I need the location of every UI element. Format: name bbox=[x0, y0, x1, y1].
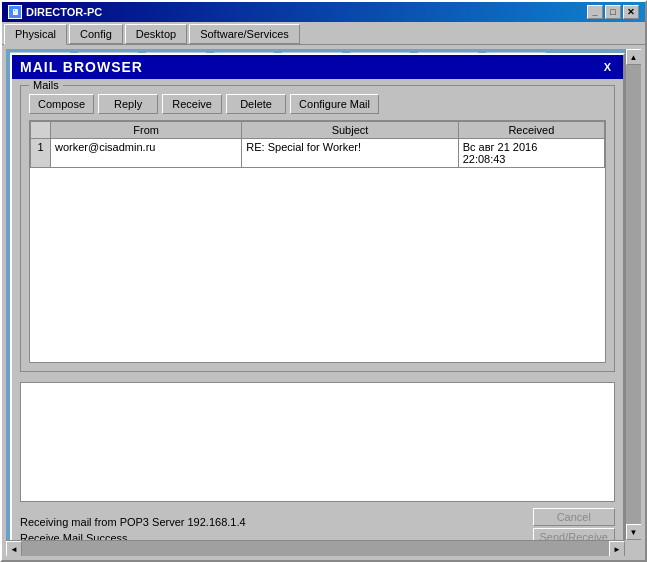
window-title: DIRECTOR-PC bbox=[26, 6, 102, 18]
title-bar-controls: _ □ ✕ bbox=[587, 5, 639, 19]
minimize-button[interactable]: _ bbox=[587, 5, 603, 19]
mails-legend: Mails bbox=[29, 79, 63, 91]
col-received: Received bbox=[458, 122, 604, 139]
window-icon: 🖥 bbox=[8, 5, 22, 19]
horizontal-scrollbar[interactable]: ◄ ► bbox=[6, 540, 625, 556]
tab-bar: Physical Config Desktop Software/Service… bbox=[2, 22, 645, 45]
compose-button[interactable]: Compose bbox=[29, 94, 94, 114]
receive-button[interactable]: Receive bbox=[162, 94, 222, 114]
delete-button[interactable]: Delete bbox=[226, 94, 286, 114]
mail-table: From Subject Received 1 worker@cisadmin.… bbox=[30, 121, 605, 168]
scroll-track-h bbox=[22, 541, 609, 556]
table-row[interactable]: 1 worker@cisadmin.ru RE: Special for Wor… bbox=[31, 139, 605, 168]
scroll-right-button[interactable]: ► bbox=[609, 541, 625, 556]
main-window: 🖥 DIRECTOR-PC _ □ ✕ Physical Config Desk… bbox=[0, 0, 647, 562]
tab-physical[interactable]: Physical bbox=[4, 24, 67, 45]
mail-browser-title: MAIL BROWSER bbox=[20, 59, 143, 75]
maximize-button[interactable]: □ bbox=[605, 5, 621, 19]
title-bar-left: 🖥 DIRECTOR-PC bbox=[8, 5, 102, 19]
main-content: MAIL BROWSER X Mails Compose Reply Recei… bbox=[2, 45, 645, 560]
mail-title-bar: MAIL BROWSER X bbox=[12, 55, 623, 79]
scroll-left-button[interactable]: ◄ bbox=[6, 541, 22, 556]
col-num bbox=[31, 122, 51, 139]
mails-group: Mails Compose Reply Receive Delete Confi… bbox=[20, 85, 615, 372]
vertical-scrollbar[interactable]: ▲ ▼ bbox=[625, 49, 641, 540]
desktop-area: MAIL BROWSER X Mails Compose Reply Recei… bbox=[6, 49, 641, 556]
status-line1: Receiving mail from POP3 Server 192.168.… bbox=[20, 515, 246, 530]
mail-table-container: From Subject Received 1 worker@cisadmin.… bbox=[29, 120, 606, 363]
cancel-button[interactable]: Cancel bbox=[533, 508, 616, 526]
row-num: 1 bbox=[31, 139, 51, 168]
scroll-down-button[interactable]: ▼ bbox=[626, 524, 642, 540]
reply-button[interactable]: Reply bbox=[98, 94, 158, 114]
mail-toolbar: Compose Reply Receive Delete Configure M… bbox=[29, 94, 606, 114]
row-from: worker@cisadmin.ru bbox=[51, 139, 242, 168]
mail-preview-pane bbox=[20, 382, 615, 502]
configure-mail-button[interactable]: Configure Mail bbox=[290, 94, 379, 114]
close-button[interactable]: ✕ bbox=[623, 5, 639, 19]
row-received: Вс авг 21 2016 22:08:43 bbox=[458, 139, 604, 168]
scroll-track-v bbox=[626, 65, 642, 524]
row-subject: RE: Special for Worker! bbox=[242, 139, 458, 168]
tab-desktop[interactable]: Desktop bbox=[125, 24, 187, 44]
mail-close-button[interactable]: X bbox=[600, 61, 615, 73]
title-bar: 🖥 DIRECTOR-PC _ □ ✕ bbox=[2, 2, 645, 22]
col-from: From bbox=[51, 122, 242, 139]
mail-browser-window: MAIL BROWSER X Mails Compose Reply Recei… bbox=[10, 53, 625, 552]
tab-config[interactable]: Config bbox=[69, 24, 123, 44]
scroll-up-button[interactable]: ▲ bbox=[626, 49, 642, 65]
col-subject: Subject bbox=[242, 122, 458, 139]
tab-software-services[interactable]: Software/Services bbox=[189, 24, 300, 44]
scrollbar-corner bbox=[625, 540, 641, 556]
